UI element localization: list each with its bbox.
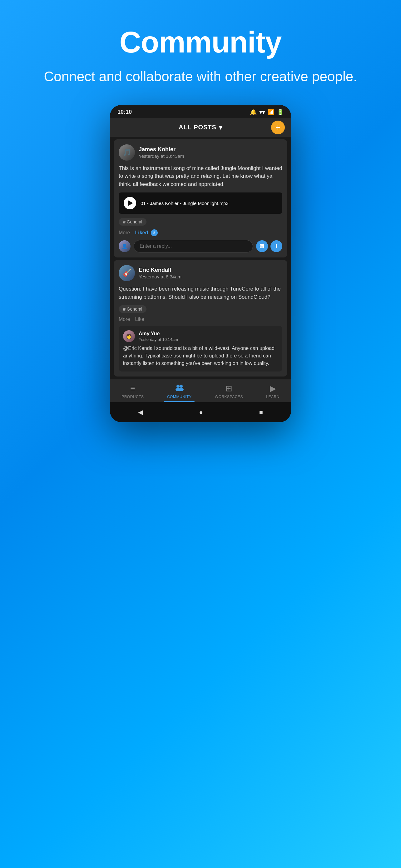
more-button[interactable]: More — [119, 316, 130, 322]
avatar: 🎸 — [119, 265, 135, 281]
all-posts-button[interactable]: ALL POSTS ▾ — [179, 124, 222, 131]
play-button[interactable] — [124, 197, 136, 209]
more-button[interactable]: More — [119, 230, 130, 236]
bottom-nav: ≡ PRODUCTS COMMUNITY ⊞ WORKSPACES ▶ LEAR… — [110, 379, 291, 402]
nav-item-products[interactable]: ≡ PRODUCTS — [119, 384, 147, 399]
post-tag[interactable]: # General — [119, 305, 282, 316]
nav-item-learn[interactable]: ▶ LEARN — [263, 384, 282, 399]
all-posts-label: ALL POSTS — [179, 124, 216, 131]
products-label: PRODUCTS — [122, 395, 144, 399]
upload-icon: ⬆ — [274, 243, 279, 250]
post-meta: Eric Kendall Yesterday at 8:34am — [139, 267, 282, 279]
reply-time: Yesterday at 10:14am — [139, 337, 278, 342]
battery-icon: 🔋 — [277, 109, 283, 116]
reply-text: @Eric Kendall soundcloud is a bit of a w… — [123, 345, 278, 367]
play-icon — [128, 200, 133, 206]
post-meta: James Kohler Yesterday at 10:43am — [139, 146, 282, 159]
products-icon: ≡ — [130, 384, 135, 393]
post-text: Question: I have been releasing music th… — [119, 285, 282, 301]
post-card: 🎸 Eric Kendall Yesterday at 8:34am Quest… — [114, 260, 287, 376]
reply-area: 👤 🖼 ⬆ — [119, 240, 282, 252]
android-nav-bar: ◀ ● ■ — [110, 402, 291, 422]
post-time: Yesterday at 10:43am — [139, 153, 282, 159]
reply-avatar: 👤 — [119, 240, 131, 252]
like-count: 3 — [151, 229, 158, 236]
status-icons: 🔔 ▾▾ 📶 🔋 — [250, 109, 283, 116]
post-header: 🎸 Eric Kendall Yesterday at 8:34am — [119, 265, 282, 281]
reply-avatar: 👩 — [123, 330, 135, 342]
page-title: Community — [44, 25, 357, 59]
wifi-icon: ▾▾ — [259, 109, 265, 116]
reply-input[interactable] — [134, 240, 253, 252]
tag-label: # General — [119, 218, 146, 226]
status-time: 10:10 — [118, 109, 132, 115]
add-post-button[interactable]: + — [271, 121, 285, 134]
liked-label: Liked — [135, 230, 148, 235]
recent-button[interactable]: ■ — [259, 409, 263, 416]
liked-button[interactable]: Liked 3 — [135, 229, 157, 236]
page-subtitle: Connect and collaborate with other creat… — [44, 67, 357, 86]
reply-icons: 🖼 ⬆ — [256, 240, 282, 252]
reply-meta: Amy Yue Yesterday at 10:14am — [139, 331, 278, 342]
community-label: COMMUNITY — [167, 395, 192, 399]
reply-header: 👩 Amy Yue Yesterday at 10:14am — [123, 330, 278, 342]
nav-item-workspaces[interactable]: ⊞ WORKSPACES — [212, 384, 246, 399]
avatar-image: 🎵 — [123, 148, 131, 157]
back-button[interactable]: ◀ — [138, 408, 143, 416]
reply-avatar-image: 👤 — [122, 243, 128, 249]
upload-button[interactable]: ⬆ — [270, 240, 282, 252]
page-header: Community Connect and collaborate with o… — [19, 25, 382, 86]
post-tag[interactable]: # General — [119, 218, 282, 229]
post-header: 🎵 James Kohler Yesterday at 10:43am — [119, 144, 282, 161]
notification-icon: 🔔 — [250, 109, 257, 116]
tag-label: # General — [119, 305, 146, 313]
post-time: Yesterday at 8:34am — [139, 274, 282, 279]
audio-filename: 01 - James Kohler - Jungle Moonlight.mp3 — [140, 200, 229, 206]
post-actions: More Like — [119, 316, 282, 322]
avatar-image: 👩 — [126, 333, 132, 339]
learn-label: LEARN — [266, 395, 279, 399]
like-button[interactable]: Like — [135, 316, 144, 322]
post-author: James Kohler — [139, 146, 282, 153]
post-card: 🎵 James Kohler Yesterday at 10:43am This… — [114, 140, 287, 258]
avatar-image: 🎸 — [123, 269, 131, 277]
image-icon: 🖼 — [259, 243, 265, 250]
post-actions: More Liked 3 — [119, 229, 282, 236]
workspaces-icon: ⊞ — [226, 384, 232, 393]
audio-player[interactable]: 01 - James Kohler - Jungle Moonlight.mp3 — [119, 192, 282, 214]
community-icon — [175, 384, 183, 393]
status-bar: 10:10 🔔 ▾▾ 📶 🔋 — [110, 105, 291, 118]
add-icon: + — [275, 122, 280, 132]
svg-point-0 — [176, 384, 179, 388]
phone-mockup: 10:10 🔔 ▾▾ 📶 🔋 ALL POSTS ▾ + 🎵 James Ko — [110, 105, 291, 423]
post-author: Eric Kendall — [139, 267, 282, 273]
svg-point-1 — [179, 384, 183, 388]
svg-point-3 — [179, 388, 183, 391]
learn-icon: ▶ — [270, 384, 276, 393]
image-upload-button[interactable]: 🖼 — [256, 240, 268, 252]
feed: 🎵 James Kohler Yesterday at 10:43am This… — [110, 140, 291, 377]
nav-item-community[interactable]: COMMUNITY — [164, 384, 195, 399]
signal-icon: 📶 — [267, 109, 274, 116]
avatar: 🎵 — [119, 144, 135, 161]
reply-author: Amy Yue — [139, 331, 278, 337]
post-text: This is an instrumental song of mine cal… — [119, 164, 282, 188]
reply-comment: 👩 Amy Yue Yesterday at 10:14am @Eric Ken… — [119, 326, 282, 372]
app-header: ALL POSTS ▾ + — [110, 118, 291, 137]
home-button[interactable]: ● — [199, 409, 203, 416]
workspaces-label: WORKSPACES — [215, 395, 243, 399]
dropdown-arrow-icon: ▾ — [219, 124, 222, 131]
